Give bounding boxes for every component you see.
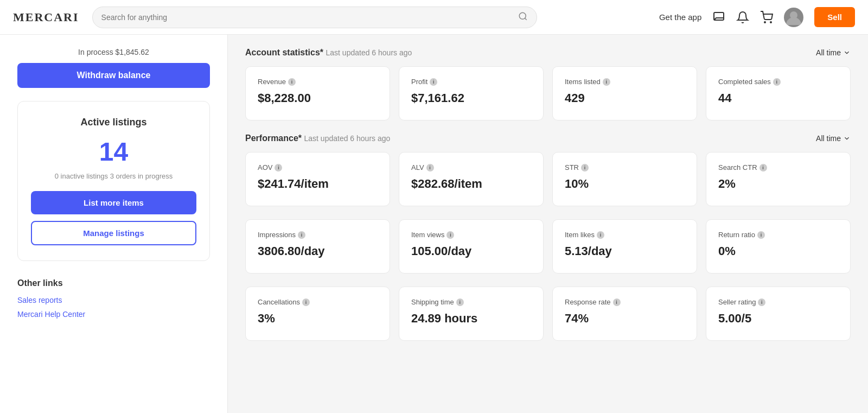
- str-info-icon[interactable]: i: [581, 164, 589, 171]
- performance-header: Performance* Last updated 6 hours ago Al…: [245, 134, 851, 143]
- profit-card: Profit i $7,161.62: [399, 66, 544, 120]
- revenue-value: $8,228.00: [258, 91, 378, 105]
- page-body: In process $1,845.62 Withdraw balance Ac…: [0, 35, 868, 413]
- search-input[interactable]: [101, 13, 514, 22]
- cancellations-info-icon[interactable]: i: [302, 298, 310, 306]
- account-stats-all-time[interactable]: All time: [816, 48, 851, 57]
- shipping-time-info-icon[interactable]: i: [456, 298, 464, 306]
- messages-icon[interactable]: [712, 11, 725, 24]
- revenue-info-icon[interactable]: i: [288, 78, 296, 86]
- account-stats-updated: Last updated 6 hours ago: [326, 48, 412, 57]
- items-listed-value: 429: [565, 91, 685, 105]
- search-bar[interactable]: [92, 7, 537, 28]
- response-rate-value: 74%: [565, 312, 685, 326]
- aov-value: $241.74/item: [258, 177, 378, 191]
- mercari-logo[interactable]: MERCARI: [13, 10, 79, 24]
- profit-value: $7,161.62: [411, 91, 531, 105]
- aov-label: AOV i: [258, 163, 378, 171]
- search-ctr-info-icon[interactable]: i: [760, 164, 767, 171]
- svg-point-4: [770, 22, 771, 23]
- completed-sales-value: 44: [718, 91, 838, 105]
- str-label: STR i: [565, 163, 685, 171]
- impressions-info-icon[interactable]: i: [298, 231, 305, 239]
- cart-icon[interactable]: [760, 11, 773, 24]
- response-rate-info-icon[interactable]: i: [613, 298, 621, 306]
- alv-info-icon[interactable]: i: [426, 164, 434, 171]
- seller-rating-label: Seller rating i: [718, 298, 838, 306]
- avatar[interactable]: [784, 8, 803, 27]
- alv-label: ALV i: [411, 163, 531, 171]
- aov-card: AOV i $241.74/item: [245, 152, 390, 206]
- cancellations-label: Cancellations i: [258, 298, 378, 306]
- withdraw-balance-button[interactable]: Withdraw balance: [17, 63, 210, 88]
- item-views-label: Item views i: [411, 231, 531, 239]
- alv-card: ALV i $282.68/item: [399, 152, 544, 206]
- shipping-time-label: Shipping time i: [411, 298, 531, 306]
- in-process-label: In process $1,845.62: [17, 48, 210, 56]
- other-links-section: Other links Sales reports Mercari Help C…: [17, 274, 210, 319]
- completed-sales-label: Completed sales i: [718, 78, 838, 86]
- cancellations-value: 3%: [258, 312, 378, 326]
- listings-card: Active listings 14 0 inactive listings 3…: [17, 101, 210, 261]
- items-listed-label: Items listed i: [565, 78, 685, 86]
- impressions-card: Impressions i 3806.80/day: [245, 219, 390, 274]
- perf-row-2: Impressions i 3806.80/day Item views i 1…: [245, 219, 851, 274]
- return-ratio-card: Return ratio i 0%: [706, 219, 851, 274]
- listings-sub: 0 inactive listings 3 orders in progress: [31, 172, 196, 180]
- account-stats-title: Account statistics* Last updated 6 hours…: [245, 48, 412, 58]
- header-right: Get the app Sell: [659, 7, 855, 27]
- revenue-label: Revenue i: [258, 78, 378, 86]
- aov-info-icon[interactable]: i: [275, 164, 282, 171]
- app-header: MERCARI Get the app Sell: [0, 0, 868, 35]
- profit-label: Profit i: [411, 78, 531, 86]
- get-app-link[interactable]: Get the app: [659, 12, 701, 22]
- perf-row-1: AOV i $241.74/item ALV i $282.68/item ST…: [245, 152, 851, 206]
- impressions-value: 3806.80/day: [258, 244, 378, 258]
- perf-updated: Last updated 6 hours ago: [304, 134, 391, 143]
- response-rate-card: Response rate i 74%: [552, 287, 697, 341]
- search-ctr-value: 2%: [718, 177, 838, 191]
- search-ctr-label: Search CTR i: [718, 163, 838, 171]
- impressions-label: Impressions i: [258, 231, 378, 239]
- search-ctr-card: Search CTR i 2%: [706, 152, 851, 206]
- svg-line-1: [525, 18, 526, 20]
- item-likes-value: 5.13/day: [565, 244, 685, 258]
- str-value: 10%: [565, 177, 685, 191]
- seller-rating-value: 5.00/5: [718, 312, 838, 326]
- item-likes-label: Item likes i: [565, 231, 685, 239]
- response-rate-label: Response rate i: [565, 298, 685, 306]
- profit-info-icon[interactable]: i: [430, 78, 437, 86]
- performance-all-time[interactable]: All time: [816, 134, 851, 143]
- sidebar: In process $1,845.62 Withdraw balance Ac…: [0, 35, 228, 413]
- perf-row-3: Cancellations i 3% Shipping time i 24.89…: [245, 287, 851, 341]
- account-stats-header: Account statistics* Last updated 6 hours…: [245, 48, 851, 58]
- completed-sales-info-icon[interactable]: i: [773, 78, 781, 86]
- svg-point-0: [519, 12, 526, 19]
- item-views-info-icon[interactable]: i: [446, 231, 454, 239]
- list-more-button[interactable]: List more items: [31, 191, 196, 214]
- seller-rating-info-icon[interactable]: i: [758, 298, 765, 306]
- performance-title-group: Performance* Last updated 6 hours ago: [245, 134, 390, 143]
- account-stats-grid: Revenue i $8,228.00 Profit i $7,161.62 I…: [245, 66, 851, 120]
- item-views-value: 105.00/day: [411, 244, 531, 258]
- sales-reports-link[interactable]: Sales reports: [17, 296, 210, 304]
- performance-section: Performance* Last updated 6 hours ago Al…: [245, 134, 851, 341]
- main-content: Account statistics* Last updated 6 hours…: [228, 35, 868, 413]
- search-icon[interactable]: [518, 11, 528, 23]
- item-likes-info-icon[interactable]: i: [597, 231, 604, 239]
- shipping-time-card: Shipping time i 24.89 hours: [399, 287, 544, 341]
- alv-value: $282.68/item: [411, 177, 531, 191]
- items-listed-info-icon[interactable]: i: [603, 78, 610, 86]
- mercari-help-link[interactable]: Mercari Help Center: [17, 310, 210, 319]
- listings-count: 14: [31, 137, 196, 167]
- seller-rating-card: Seller rating i 5.00/5: [706, 287, 851, 341]
- cancellations-card: Cancellations i 3%: [245, 287, 390, 341]
- return-ratio-info-icon[interactable]: i: [757, 231, 765, 239]
- items-listed-card: Items listed i 429: [552, 66, 697, 120]
- svg-point-3: [764, 22, 765, 23]
- return-ratio-label: Return ratio i: [718, 231, 838, 239]
- manage-listings-button[interactable]: Manage listings: [31, 221, 196, 245]
- sell-button[interactable]: Sell: [814, 7, 855, 27]
- shipping-time-value: 24.89 hours: [411, 312, 531, 326]
- notifications-icon[interactable]: [736, 11, 749, 24]
